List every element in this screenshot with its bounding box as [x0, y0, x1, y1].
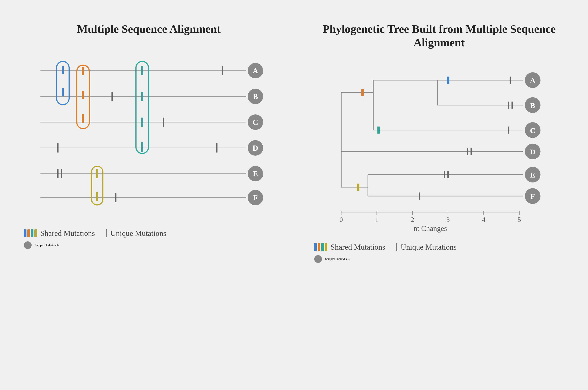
shared-mutations-icon	[24, 229, 37, 237]
right-sampled-individuals-label: Sampled Individuals	[325, 257, 350, 261]
right-sampled-circle	[314, 255, 322, 263]
msa-svg: A B C D E F	[17, 47, 281, 222]
right-unique-tick	[396, 243, 397, 251]
olive-bar	[34, 229, 37, 237]
teal-bar	[31, 229, 34, 237]
left-legend: Shared Mutations Unique Mutations Sample…	[17, 229, 281, 249]
left-panel: Multiple Sequence Alignment A	[9, 11, 288, 379]
right-shared-mutations-label: Shared Mutations	[331, 243, 385, 251]
svg-text:1: 1	[375, 216, 379, 223]
svg-text:3: 3	[446, 216, 450, 223]
svg-text:D: D	[253, 144, 258, 152]
svg-text:F: F	[253, 194, 258, 202]
svg-text:0: 0	[340, 216, 343, 223]
unique-tick	[106, 229, 107, 237]
blue-bar	[24, 229, 27, 237]
svg-text:nt Changes: nt Changes	[414, 224, 447, 233]
main-container: Multiple Sequence Alignment A	[9, 11, 579, 379]
svg-text:B: B	[530, 101, 535, 110]
svg-text:B: B	[253, 92, 258, 101]
svg-text:A: A	[530, 76, 535, 85]
svg-text:2: 2	[411, 216, 414, 223]
left-legend-unique: Unique Mutations	[106, 229, 166, 238]
unique-mutations-label: Unique Mutations	[110, 229, 166, 238]
right-panel-title: Phylogenetic Tree Built from Multiple Se…	[307, 22, 571, 49]
left-legend-shared: Shared Mutations	[24, 229, 95, 238]
sampled-individuals-label: Sampled Individuals	[35, 244, 59, 247]
right-blue-bar	[314, 243, 317, 251]
orange-bar	[27, 229, 30, 237]
right-legend-sampled: Sampled Individuals	[314, 255, 571, 263]
svg-text:E: E	[530, 171, 535, 179]
msa-chart: A B C D E F	[17, 47, 281, 222]
right-panel: Phylogenetic Tree Built from Multiple Se…	[300, 11, 579, 379]
sampled-circle	[24, 241, 32, 249]
svg-text:5: 5	[518, 216, 521, 223]
svg-text:A: A	[253, 67, 258, 75]
right-legend: Shared Mutations Unique Mutations Sample…	[307, 243, 571, 263]
right-unique-mutations-icon	[396, 243, 397, 251]
left-panel-title: Multiple Sequence Alignment	[77, 22, 221, 36]
svg-text:D: D	[530, 148, 535, 156]
svg-text:F: F	[530, 192, 535, 200]
svg-text:E: E	[253, 170, 258, 178]
left-legend-sampled: Sampled Individuals	[24, 241, 281, 249]
svg-text:C: C	[253, 118, 258, 127]
right-orange-bar	[318, 243, 320, 251]
svg-text:C: C	[530, 126, 535, 135]
right-shared-mutations-icon	[314, 243, 327, 251]
right-legend-unique: Unique Mutations	[396, 243, 456, 251]
right-unique-mutations-label: Unique Mutations	[401, 243, 456, 251]
right-teal-bar	[321, 243, 324, 251]
right-olive-bar	[325, 243, 327, 251]
unique-mutations-icon	[106, 229, 107, 237]
svg-text:4: 4	[482, 216, 485, 223]
tree-chart: A B C D E F	[307, 60, 571, 235]
right-legend-shared: Shared Mutations	[314, 243, 385, 251]
tree-svg: A B C D E F	[307, 60, 571, 235]
shared-mutations-label: Shared Mutations	[40, 229, 95, 238]
